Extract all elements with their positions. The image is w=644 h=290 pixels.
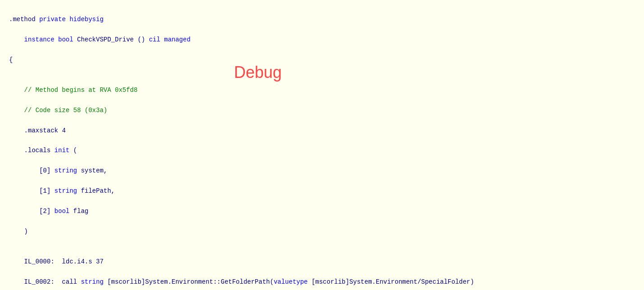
keyword-method: .method: [9, 16, 36, 23]
code-block: .method private hidebysig instance bool …: [9, 5, 635, 290]
keyword-valuetype-1: valuetype: [274, 278, 308, 285]
keyword-string-1: string: [54, 187, 77, 195]
debug-watermark: Debug: [234, 63, 282, 82]
keyword-bool: bool: [58, 36, 73, 43]
method-name: CheckVSPD_Drive (): [77, 36, 149, 43]
keyword-private: private: [39, 16, 66, 23]
keyword-hidebysig: hidebysig: [69, 16, 104, 23]
keyword-maxstack: .maxstack: [24, 127, 59, 134]
keyword-string-call1: string: [81, 278, 104, 285]
keyword-locals: .locals: [24, 147, 51, 154]
keyword-managed: managed: [164, 36, 191, 43]
keyword-string-0: string: [54, 167, 77, 174]
keyword-instance: instance: [24, 36, 54, 43]
keyword-bool-2: bool: [54, 208, 70, 215]
keyword-cil: cil: [149, 36, 160, 43]
keyword-init: init: [54, 147, 70, 154]
comment-size: // Code size 58 (0x3a): [24, 107, 108, 114]
comment-rva: // Method begins at RVA 0x5fd8: [24, 86, 138, 94]
